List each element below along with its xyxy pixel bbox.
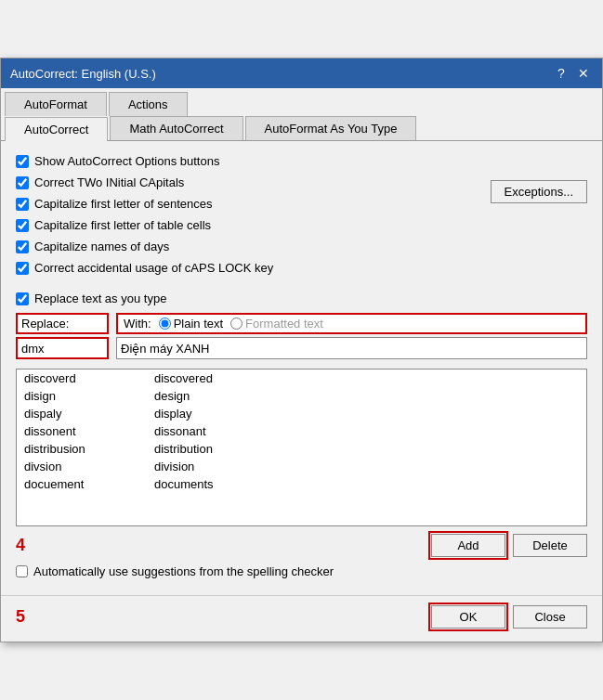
autocorrect-dialog: AutoCorrect: English (U.S.) ? ✕ AutoForm…	[0, 58, 603, 642]
checkboxes-area: Show AutoCorrect Options buttons Correct…	[16, 154, 273, 282]
with-cell: discovered	[147, 369, 586, 387]
replace-with-area: Replace: With: Plain text Formatted text	[16, 313, 587, 359]
help-button[interactable]: ?	[552, 64, 570, 83]
plain-text-label: Plain text	[174, 317, 223, 331]
tab-autocorrect[interactable]: AutoCorrect	[5, 117, 108, 141]
ok-button[interactable]: OK	[431, 605, 505, 629]
replace-text-label: Replace text as you type	[34, 292, 166, 305]
exceptions-button[interactable]: Exceptions...	[491, 180, 587, 203]
with-cell: design	[147, 387, 586, 405]
table-row[interactable]: distribusiondistribution	[17, 440, 586, 458]
tab-row-1: AutoFormat Actions	[1, 88, 602, 116]
with-column: With: Plain text Formatted text	[116, 313, 587, 359]
checkbox-show-options: Show AutoCorrect Options buttons	[16, 154, 273, 168]
with-cell: dissonant	[147, 422, 586, 440]
title-bar-controls: ? ✕	[552, 64, 593, 83]
with-cell: distribution	[147, 440, 586, 458]
replace-text-section: Replace text as you type Replace: With: …	[16, 292, 587, 359]
replace-cell: dissonent	[17, 422, 147, 440]
with-cell: documents	[147, 475, 586, 493]
table-row[interactable]: dissonentdissonant	[17, 422, 586, 440]
table-row[interactable]: discoverddiscovered	[17, 369, 586, 387]
dialog-content: Show AutoCorrect Options buttons Correct…	[1, 141, 602, 590]
with-input[interactable]	[116, 337, 587, 359]
tab-actions[interactable]: Actions	[109, 92, 188, 116]
table-row[interactable]: docuementdocuments	[17, 475, 586, 493]
close-button[interactable]: Close	[513, 605, 587, 629]
replace-label: Replace:	[16, 313, 109, 334]
capitalize-days-label: Capitalize names of days	[34, 240, 169, 253]
table-row[interactable]: dispalydisplay	[17, 405, 586, 422]
replace-cell: divsion	[17, 458, 147, 475]
two-initial-label: Correct TWo INitial CApitals	[34, 175, 184, 189]
replace-cell: discoverd	[17, 369, 147, 387]
capitalize-days-checkbox[interactable]	[16, 240, 29, 253]
caps-lock-label: Correct accidental usage of cAPS LOCK ke…	[34, 261, 273, 275]
with-cell: display	[147, 405, 586, 422]
capitalize-table-cells-checkbox[interactable]	[16, 219, 29, 232]
two-initial-checkbox[interactable]	[16, 176, 29, 189]
formatted-text-option[interactable]: Formatted text	[230, 317, 323, 331]
replace-cell: distribusion	[17, 440, 147, 458]
replace-text-checkbox[interactable]	[16, 292, 29, 305]
formatted-text-radio[interactable]	[230, 318, 243, 330]
tab-row-2: AutoCorrect Math AutoCorrect AutoFormat …	[1, 116, 602, 141]
replace-input[interactable]	[16, 337, 109, 359]
tab-autoformat-as-you-type[interactable]: AutoFormat As You Type	[245, 116, 417, 140]
section4-label: 4	[16, 534, 25, 557]
table-scroll[interactable]: discoverddiscovereddisigndesigndispalydi…	[17, 369, 586, 525]
exceptions-area: Exceptions...	[491, 180, 587, 203]
table-row[interactable]: disigndesign	[17, 387, 586, 405]
table-row[interactable]: divsiondivision	[17, 458, 586, 475]
replacements-table: discoverddiscovereddisigndesigndispalydi…	[17, 369, 586, 493]
caps-lock-checkbox[interactable]	[16, 262, 29, 275]
options-section: Show AutoCorrect Options buttons Correct…	[16, 154, 587, 282]
dialog-title: AutoCorrect: English (U.S.)	[10, 67, 156, 81]
with-header-box: With: Plain text Formatted text	[116, 313, 587, 334]
section5-label: 5	[16, 605, 25, 629]
with-cell: division	[147, 458, 586, 475]
capitalize-sentences-label: Capitalize first letter of sentences	[34, 197, 212, 211]
tab-math-autocorrect[interactable]: Math AutoCorrect	[110, 116, 243, 140]
delete-button[interactable]: Delete	[513, 534, 587, 557]
auto-suggest-checkbox[interactable]	[16, 565, 28, 577]
show-options-label: Show AutoCorrect Options buttons	[34, 154, 219, 168]
auto-suggest-label: Automatically use suggestions from the s…	[33, 564, 334, 578]
checkbox-capitalize-table-cells: Capitalize first letter of table cells	[16, 218, 273, 232]
autocorrect-table: discoverddiscovereddisigndesigndispalydi…	[16, 369, 587, 526]
replace-cell: disign	[17, 387, 147, 405]
action-buttons-row: 4 Add Delete	[16, 534, 587, 557]
checkbox-capitalize-sentences: Capitalize first letter of sentences	[16, 197, 273, 211]
auto-suggest-row: Automatically use suggestions from the s…	[16, 564, 587, 578]
close-window-button[interactable]: ✕	[574, 64, 593, 83]
tab-autoformat[interactable]: AutoFormat	[5, 92, 107, 116]
replace-cell: docuement	[17, 475, 147, 493]
checkbox-two-initial: Correct TWo INitial CApitals	[16, 175, 273, 189]
bottom-buttons-row: 5 OK Close	[1, 595, 602, 642]
plain-text-radio[interactable]	[159, 318, 171, 330]
replace-column: Replace:	[16, 313, 109, 359]
replace-text-checkbox-row: Replace text as you type	[16, 292, 587, 305]
replace-cell: dispaly	[17, 405, 147, 422]
capitalize-sentences-checkbox[interactable]	[16, 198, 29, 211]
checkbox-capitalize-days: Capitalize names of days	[16, 240, 273, 253]
checkbox-caps-lock: Correct accidental usage of cAPS LOCK ke…	[16, 261, 273, 275]
plain-text-option[interactable]: Plain text	[159, 317, 223, 331]
title-bar: AutoCorrect: English (U.S.) ? ✕	[1, 58, 602, 88]
with-label: With:	[124, 317, 151, 331]
show-options-checkbox[interactable]	[16, 155, 29, 168]
capitalize-table-cells-label: Capitalize first letter of table cells	[34, 218, 211, 232]
formatted-text-label: Formatted text	[245, 317, 323, 331]
add-button[interactable]: Add	[431, 534, 505, 557]
